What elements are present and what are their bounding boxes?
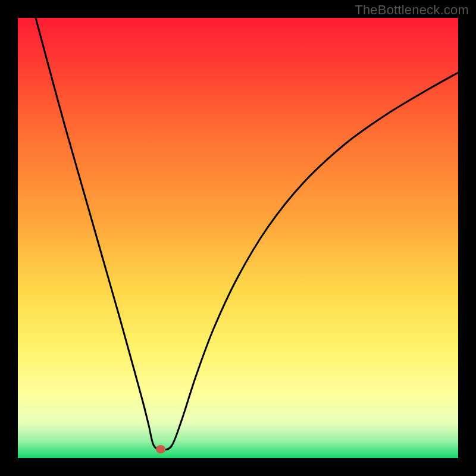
- plot-area: [18, 18, 458, 458]
- chart-frame: TheBottleneck.com: [0, 0, 476, 476]
- bottleneck-curve: [36, 18, 458, 450]
- attribution-text: TheBottleneck.com: [355, 2, 469, 18]
- curve-layer: [18, 18, 458, 458]
- minimum-marker: [156, 445, 165, 453]
